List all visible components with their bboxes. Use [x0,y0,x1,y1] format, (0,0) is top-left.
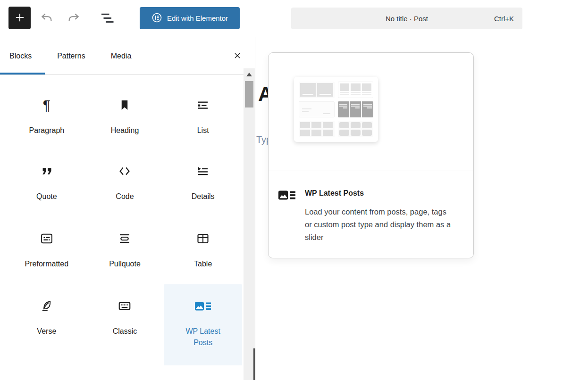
editor-window: Edit with Elementor No title · Post Ctrl… [0,0,588,380]
block-tile-classic[interactable]: Classic [86,278,164,365]
wp-latest-posts-icon [195,299,211,313]
tab-media[interactable]: Media [111,37,132,74]
panel-divider-dark-segment [253,348,255,380]
block-tile-verse[interactable]: Verse [8,278,86,365]
scrollbar-up-arrow[interactable] [246,73,252,76]
block-inserter-panel: Blocks Patterns Media ¶ Paragraph Headin… [0,37,255,380]
close-inserter-button[interactable] [230,49,244,63]
tab-blocks[interactable]: Blocks [9,37,32,74]
verse-icon [40,299,54,313]
preview-mock-grid [299,121,335,137]
block-tile-preformatted[interactable]: Preformatted [8,210,86,278]
undo-button[interactable] [38,10,57,27]
block-tile-heading[interactable]: Heading [86,77,164,143]
classic-icon [118,299,132,313]
code-icon [118,164,132,178]
inserter-tabs: Blocks Patterns Media [0,37,255,75]
preview-mock-hero [299,82,335,98]
block-preview-title: WP Latest Posts [305,189,452,198]
block-tile-list[interactable]: List [164,77,242,143]
popover-divider [269,171,473,171]
add-block-button[interactable] [8,7,31,29]
redo-icon [66,12,80,26]
block-tile-details[interactable]: Details [164,143,242,210]
heading-icon [118,98,132,112]
quote-icon [40,164,54,178]
command-shortcut: Ctrl+K [494,8,514,29]
command-center-bar[interactable]: No title · Post Ctrl+K [291,8,522,29]
block-preview-thumbnail [294,77,378,142]
block-preview-popover: WP Latest Posts Load your content from p… [268,52,474,258]
document-overview-icon [98,11,117,27]
block-type-grid: ¶ Paragraph Heading List Quote [8,77,242,365]
preformatted-icon [40,231,54,246]
block-info: WP Latest Posts Load your content from p… [278,189,464,244]
block-tile-code[interactable]: Code [86,143,164,210]
list-icon [196,98,210,112]
document-title: No title · Post [291,8,522,29]
scrollbar-thumb[interactable] [245,81,253,107]
tab-patterns[interactable]: Patterns [57,37,85,74]
elementor-button-label: Edit with Elementor [167,14,228,22]
close-icon [232,50,243,62]
preview-mock-cards [338,82,374,98]
details-icon [196,164,210,178]
block-tile-paragraph[interactable]: ¶ Paragraph [8,77,86,143]
block-preview-description: Load your content from posts, page, tags… [305,206,452,244]
redo-button[interactable] [64,10,83,27]
block-preview-area [269,53,473,171]
undo-icon [40,12,54,26]
pullquote-icon [118,231,132,246]
block-tile-quote[interactable]: Quote [8,143,86,210]
block-tile-pullquote[interactable]: Pullquote [86,210,164,278]
table-icon [196,231,210,246]
editor-toolbar: Edit with Elementor No title · Post Ctrl… [0,0,588,37]
elementor-logo-icon [151,12,162,25]
inserter-scrollbar [244,68,255,380]
edit-with-elementor-button[interactable]: Edit with Elementor [140,7,240,29]
preview-mock-tiles [338,121,374,137]
block-tile-table[interactable]: Table [164,210,242,278]
plus-icon [14,11,26,25]
preview-mock-sketch [299,101,335,118]
paragraph-icon: ¶ [43,98,50,112]
preview-mock-dark-slider [338,101,374,118]
wp-latest-posts-icon [278,190,295,203]
document-overview-button[interactable] [96,10,118,27]
block-tile-wp-latest-posts[interactable]: WP Latest Posts [164,284,242,365]
